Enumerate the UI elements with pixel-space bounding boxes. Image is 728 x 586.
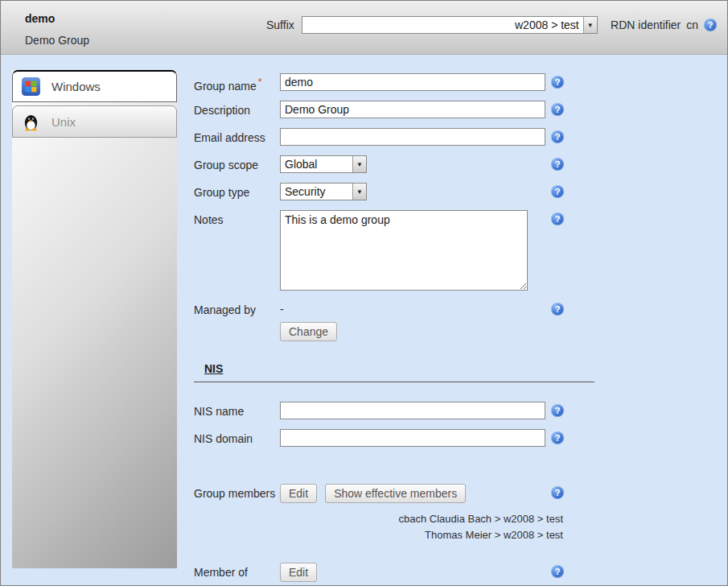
module-sidebar: Windows Unix [12, 70, 177, 568]
show-effective-members-button[interactable]: Show effective members [325, 484, 466, 503]
member-of-help-icon[interactable]: ? [551, 565, 564, 578]
email-label: Email address [194, 131, 265, 144]
managed-by-row: Managed by - Change ? [194, 300, 594, 342]
email-row: Email address ? [194, 128, 594, 146]
group-scope-row: Group scope Global ▼ ? [194, 155, 594, 173]
suffix-dropdown[interactable]: w2008 > test ▼ [302, 16, 598, 34]
nis-name-input[interactable] [280, 402, 545, 419]
group-name-row: Group name* ? [194, 73, 594, 91]
tux-penguin-icon [20, 111, 41, 132]
rdn-help-icon[interactable]: ? [704, 19, 717, 31]
nis-section-heading: NIS [194, 361, 594, 382]
nis-name-row: NIS name ? [194, 402, 594, 419]
nis-domain-row: NIS domain ? [194, 429, 594, 447]
group-members-help-icon[interactable]: ? [551, 486, 564, 499]
tab-windows-label: Windows [51, 80, 101, 93]
notes-label: Notes [194, 213, 224, 226]
group-type-help-icon[interactable]: ? [551, 185, 564, 198]
group-type-value: Security [281, 184, 352, 200]
chevron-down-icon[interactable]: ▼ [352, 184, 366, 200]
group-members-label: Group members [194, 487, 275, 500]
group-type-label: Group type [194, 186, 249, 199]
suffix-label: Suffix [266, 19, 294, 31]
member-of-edit-button[interactable]: Edit [280, 563, 317, 582]
windows-logo-icon [20, 76, 41, 97]
group-scope-select[interactable]: Global ▼ [280, 155, 367, 173]
group-members-row: Group members Edit Show effective member… [194, 484, 594, 543]
email-input[interactable] [280, 128, 545, 146]
tab-unix[interactable]: Unix [12, 105, 177, 138]
group-member-item: Thomas Meier > w2008 > test [194, 527, 563, 543]
managed-by-value: - [280, 300, 594, 316]
required-marker: * [258, 76, 262, 88]
group-type-select[interactable]: Security ▼ [280, 183, 367, 200]
managed-by-label: Managed by [194, 303, 256, 316]
nis-name-help-icon[interactable]: ? [551, 404, 564, 417]
description-row: Description ? [194, 101, 594, 118]
header-bar: demo Demo Group Suffix w2008 > test ▼ RD… [1, 1, 727, 55]
description-help-icon[interactable]: ? [551, 103, 564, 116]
group-member-item: cbach Claudia Bach > w2008 > test [194, 511, 563, 527]
group-members-list: cbach Claudia Bach > w2008 > test Thomas… [194, 511, 563, 543]
notes-row: Notes This is a demo group ? [194, 210, 594, 291]
nis-section-title: NIS [204, 362, 223, 375]
group-name-label: Group name* [194, 76, 262, 93]
page-subtitle: Demo Group [25, 34, 89, 47]
group-form: Group name* ? Description ? Email addres… [194, 73, 594, 586]
description-label: Description [194, 104, 250, 117]
tab-unix-label: Unix [51, 115, 76, 129]
suffix-group: Suffix w2008 > test ▼ [266, 16, 598, 34]
group-edit-page: demo Demo Group Suffix w2008 > test ▼ RD… [0, 0, 728, 586]
suffix-dropdown-value: w2008 > test [302, 17, 583, 33]
page-title: demo [25, 12, 55, 25]
managed-by-change-button[interactable]: Change [280, 322, 337, 341]
group-scope-help-icon[interactable]: ? [551, 158, 564, 171]
chevron-down-icon[interactable]: ▼ [352, 156, 366, 172]
chevron-down-icon[interactable]: ▼ [583, 17, 597, 33]
group-type-row: Group type Security ▼ ? [194, 183, 594, 200]
group-scope-label: Group scope [194, 159, 258, 171]
member-of-label: Member of [194, 566, 248, 579]
group-name-input[interactable] [280, 73, 545, 91]
managed-by-help-icon[interactable]: ? [551, 303, 564, 316]
notes-textarea[interactable]: This is a demo group [280, 210, 528, 291]
description-input[interactable] [280, 101, 545, 118]
tab-windows[interactable]: Windows [12, 70, 177, 102]
member-of-row: Member of Edit ? [194, 563, 594, 582]
group-members-edit-button[interactable]: Edit [280, 484, 317, 503]
nis-domain-input[interactable] [280, 429, 545, 447]
notes-help-icon[interactable]: ? [551, 213, 564, 225]
group-name-help-icon[interactable]: ? [551, 76, 564, 89]
nis-domain-label: NIS domain [194, 432, 253, 445]
email-help-icon[interactable]: ? [551, 130, 564, 143]
rdn-label: RDN identifier [611, 19, 681, 31]
rdn-group: RDN identifier cn ? [611, 19, 717, 31]
nis-name-label: NIS name [194, 405, 244, 418]
nis-domain-help-icon[interactable]: ? [551, 431, 564, 444]
rdn-value: cn [686, 19, 698, 31]
group-scope-value: Global [281, 156, 352, 172]
